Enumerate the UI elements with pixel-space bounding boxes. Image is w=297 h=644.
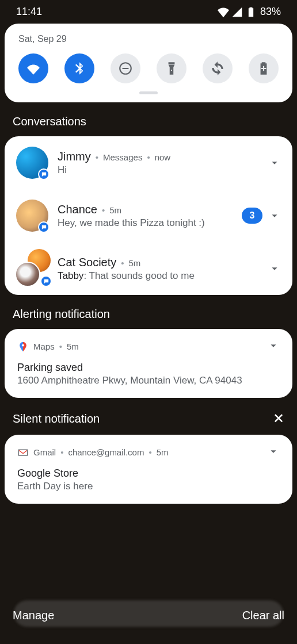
bluetooth-icon xyxy=(72,61,87,76)
notification-time: 5m xyxy=(109,205,121,215)
battery-saver-icon xyxy=(256,61,271,76)
status-time: 11:41 xyxy=(16,6,42,18)
wifi-icon xyxy=(26,61,41,76)
avatar xyxy=(16,200,48,232)
chevron-down-icon[interactable] xyxy=(267,445,280,458)
notification-time: now xyxy=(155,152,171,162)
conversation-notification[interactable]: Chance • 5m Hey, we made this Pizza toni… xyxy=(5,189,292,242)
maps-notification[interactable]: Maps • 5m Parking saved 1600 Amphitheatr… xyxy=(5,329,292,398)
notification-time: 5m xyxy=(67,342,79,351)
signal-icon xyxy=(231,6,243,18)
flashlight-icon xyxy=(164,61,179,76)
messages-app-badge-icon xyxy=(38,168,50,180)
battery-icon xyxy=(245,6,257,18)
avatar-group xyxy=(16,252,48,285)
messages-app-badge-icon xyxy=(40,275,52,287)
gmail-icon xyxy=(17,447,29,458)
notification-title: Google Store xyxy=(17,467,280,480)
qs-tiles xyxy=(17,53,280,83)
status-bar: 11:41 83% xyxy=(0,0,297,20)
chevron-down-icon[interactable] xyxy=(267,339,280,352)
close-icon[interactable]: ✕ xyxy=(273,411,284,427)
conversation-title: Cat Society xyxy=(58,256,116,269)
notification-title: Parking saved xyxy=(17,362,280,374)
battery-text: 83% xyxy=(260,6,281,18)
silent-header: Silent notification ✕ xyxy=(13,411,284,427)
messages-app-badge-icon xyxy=(38,221,50,233)
chevron-down-icon[interactable] xyxy=(268,156,281,169)
notification-body: 1600 Amphitheatre Pkwy, Mountain View, C… xyxy=(17,375,280,386)
avatar xyxy=(16,147,48,179)
alerting-header: Alerting notification xyxy=(13,308,284,321)
qs-bluetooth-tile[interactable] xyxy=(64,53,94,83)
qs-date: Sat, Sep 29 xyxy=(18,34,280,44)
qs-wifi-tile[interactable] xyxy=(18,53,48,83)
qs-drag-handle[interactable] xyxy=(139,91,158,94)
conversation-title: Chance xyxy=(58,203,97,216)
maps-icon xyxy=(17,341,29,352)
clear-all-button[interactable]: Clear all xyxy=(242,609,284,622)
message-text: Hey, we made this Pizza tonight :) xyxy=(58,217,233,229)
bottom-actions: Manage Clear all xyxy=(0,609,297,622)
notification-body: Earth Day is here xyxy=(17,481,280,492)
chevron-down-icon[interactable] xyxy=(268,262,281,275)
qs-autorotate-tile[interactable] xyxy=(203,53,233,83)
conversations-card: Jimmy • Messages • now Hi Chance • 5m He… xyxy=(5,136,292,295)
qs-flashlight-tile[interactable] xyxy=(157,53,186,83)
app-name: Maps xyxy=(33,342,55,351)
qs-battery-saver-tile[interactable] xyxy=(249,53,279,83)
notification-time: 5m xyxy=(129,258,141,268)
message-text: Tabby: That sounds good to me xyxy=(58,270,259,282)
conversation-notification[interactable]: Cat Society • 5m Tabby: That sounds good… xyxy=(5,242,292,295)
gmail-notification[interactable]: Gmail • chance@gmail.com • 5m Google Sto… xyxy=(5,435,292,504)
message-text: Hi xyxy=(58,164,259,176)
dnd-icon xyxy=(118,61,133,76)
app-name: Messages xyxy=(103,152,142,162)
unread-badge: 3 xyxy=(242,208,262,224)
conversations-header: Conversations xyxy=(13,115,284,128)
conversation-title: Jimmy xyxy=(58,150,91,163)
app-name: Gmail xyxy=(33,447,56,457)
svg-point-0 xyxy=(22,344,24,346)
account-email: chance@gmail.com xyxy=(68,447,144,457)
conversation-notification[interactable]: Jimmy • Messages • now Hi xyxy=(5,136,292,189)
manage-button[interactable]: Manage xyxy=(13,609,54,622)
quick-settings-panel: Sat, Sep 29 xyxy=(5,24,292,102)
wifi-icon xyxy=(218,6,229,18)
notification-time: 5m xyxy=(157,447,169,457)
qs-dnd-tile[interactable] xyxy=(111,53,140,83)
autorotate-icon xyxy=(210,61,225,76)
chevron-down-icon[interactable] xyxy=(268,209,281,222)
